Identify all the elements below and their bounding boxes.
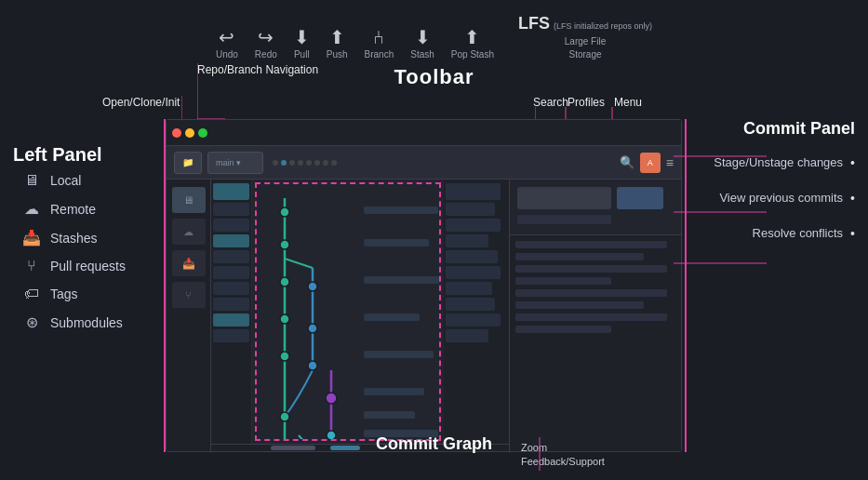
- zoom-feedback-area: Zoom Feedback/Support: [521, 442, 605, 467]
- app-sidebar-remote[interactable]: ☁: [172, 219, 206, 245]
- feature-stage-unstage: Stage/Unstage changes •: [683, 155, 855, 170]
- maximize-window-dot[interactable]: [198, 128, 207, 138]
- svg-rect-25: [364, 239, 429, 247]
- commit-graph-svg: [257, 184, 439, 439]
- svg-rect-27: [364, 313, 420, 321]
- commit-graph-area: [255, 182, 441, 441]
- app-sidebar-pr[interactable]: ⑂: [172, 282, 206, 308]
- staged-file-8[interactable]: [515, 326, 611, 333]
- svg-rect-30: [364, 411, 415, 419]
- feature-resolve-conflicts: Resolve conflicts •: [683, 226, 855, 241]
- toolbar-section: ↩ Undo ↪ Redo ⬇ Pull ⬆ Push ⑃ Branch ⬇ S…: [0, 14, 868, 89]
- staged-file-1[interactable]: [515, 241, 667, 248]
- staged-file-5[interactable]: [515, 289, 667, 297]
- left-panel-title: Left Panel: [13, 144, 102, 166]
- svg-point-18: [308, 282, 317, 291]
- push-button[interactable]: ⬆ Push: [327, 28, 348, 60]
- staged-file-7[interactable]: [515, 313, 667, 321]
- app-commit-panel: [509, 180, 681, 451]
- left-panel-items: 🖥 Local ☁ Remote 📥 Stashes ⑂ Pull reques…: [22, 172, 126, 331]
- close-window-dot[interactable]: [172, 128, 181, 138]
- bullet-2: •: [850, 191, 855, 206]
- local-icon: 🖥: [22, 172, 41, 189]
- toolbar-icons: ↩ Undo ↪ Redo ⬇ Pull ⬆ Push ⑃ Branch ⬇ S…: [216, 14, 652, 60]
- zoom-label: Zoom: [521, 442, 605, 453]
- commit-panel-content: [510, 235, 681, 451]
- profile-button[interactable]: A: [640, 153, 661, 173]
- mini-sidebar: [211, 180, 252, 444]
- left-panel-item-remote[interactable]: ☁ Remote: [22, 200, 126, 218]
- app-repo-dropdown[interactable]: main ▾: [207, 152, 263, 174]
- redo-icon: ↪: [258, 28, 274, 47]
- undo-button[interactable]: ↩ Undo: [216, 28, 238, 60]
- left-panel-item-stashes[interactable]: 📥 Stashes: [22, 229, 126, 247]
- left-panel-item-pull-requests[interactable]: ⑂ Pull requests: [22, 258, 126, 274]
- commit-columns: [444, 180, 509, 444]
- branch-button[interactable]: ⑃ Branch: [365, 28, 394, 60]
- feedback-label: Feedback/Support: [521, 456, 605, 467]
- pop-stash-button[interactable]: ⬆ Pop Stash: [451, 28, 494, 60]
- left-panel-item-submodules[interactable]: ⊛ Submodules: [22, 313, 126, 331]
- bullet-3: •: [850, 226, 855, 241]
- app-topbar: [167, 120, 681, 146]
- commit-panel-subtitle: [517, 215, 611, 224]
- stash-button[interactable]: ⬇ Stash: [410, 28, 434, 60]
- scrollbar-thumb-blue[interactable]: [330, 446, 360, 450]
- left-panel-item-local[interactable]: 🖥 Local: [22, 172, 126, 189]
- search-label: Search: [533, 96, 568, 109]
- staged-file-2[interactable]: [515, 253, 644, 260]
- pull-button[interactable]: ⬇ Pull: [294, 28, 310, 60]
- svg-point-10: [280, 207, 289, 217]
- scrollbar-thumb-gray[interactable]: [271, 446, 315, 450]
- stash-icon: ⬇: [415, 28, 431, 47]
- svg-rect-28: [364, 351, 434, 358]
- profiles-label: Profiles: [568, 96, 605, 109]
- left-panel-item-tags[interactable]: 🏷 Tags: [22, 286, 126, 302]
- commit-button-area[interactable]: [617, 187, 663, 209]
- toolbar-title: Toolbar: [394, 65, 474, 89]
- app-window: 📁 main ▾ 🔍 A ≡ 🖥 ☁ 📥: [166, 119, 682, 452]
- app-search-icon[interactable]: 🔍: [620, 155, 634, 169]
- push-icon: ⬆: [329, 28, 345, 47]
- svg-point-13: [280, 314, 289, 324]
- stashes-icon: 📥: [22, 229, 41, 247]
- nav-dots: [273, 160, 337, 166]
- commit-panel-header: [510, 180, 681, 235]
- app-sidebar-local[interactable]: 🖥: [172, 187, 206, 213]
- svg-point-11: [280, 240, 289, 249]
- minimize-window-dot[interactable]: [185, 128, 194, 138]
- feature-view-commits: View previous commits •: [683, 191, 855, 206]
- app-sidebar: 🖥 ☁ 📥 ⑂: [167, 180, 211, 451]
- app-body: 🖥 ☁ 📥 ⑂: [167, 180, 681, 451]
- staged-file-3[interactable]: [515, 265, 667, 273]
- svg-point-20: [308, 361, 317, 370]
- staged-file-6[interactable]: [515, 301, 644, 309]
- remote-icon: ☁: [22, 200, 41, 218]
- bullet-1: •: [850, 155, 855, 170]
- pull-icon: ⬇: [294, 28, 310, 47]
- pull-requests-icon: ⑂: [22, 258, 41, 274]
- app-inner-toolbar: 📁 main ▾ 🔍 A ≡: [167, 146, 681, 180]
- svg-point-22: [327, 431, 336, 439]
- staged-file-4[interactable]: [515, 277, 611, 285]
- graph-body: [211, 180, 509, 444]
- commit-graph-label: Commit Graph: [376, 434, 492, 454]
- graph-section: [211, 180, 509, 451]
- commit-message-field[interactable]: [517, 187, 611, 209]
- commit-panel-title: Commit Panel: [683, 119, 855, 139]
- redo-button[interactable]: ↪ Redo: [255, 28, 277, 60]
- svg-rect-29: [364, 388, 424, 395]
- commit-panel-top-row: [517, 187, 674, 209]
- svg-point-19: [308, 324, 317, 333]
- app-sidebar-stash[interactable]: 📥: [172, 250, 206, 276]
- hamburger-menu-icon[interactable]: ≡: [666, 155, 674, 170]
- app-open-button[interactable]: 📁: [174, 152, 202, 174]
- undo-icon: ↩: [219, 28, 234, 47]
- right-annotations-panel: Commit Panel Stage/Unstage changes • Vie…: [683, 119, 855, 261]
- svg-point-15: [280, 412, 289, 421]
- lfs-button[interactable]: LFS (LFS initialized repos only) Large F…: [518, 14, 652, 60]
- svg-point-14: [280, 352, 289, 361]
- svg-point-12: [280, 277, 289, 287]
- svg-point-21: [326, 393, 337, 404]
- svg-rect-24: [364, 207, 438, 214]
